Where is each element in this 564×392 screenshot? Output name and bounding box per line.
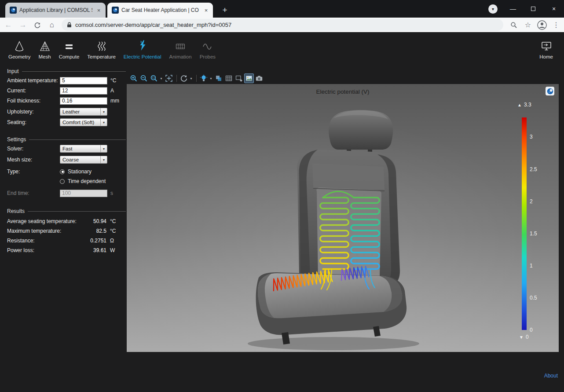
scene-light-button[interactable]: [199, 73, 209, 83]
end-time-label: End time:: [7, 190, 60, 196]
legend-tick: 1: [530, 263, 547, 269]
legend-min-marker: ▼ 0: [519, 334, 529, 340]
chevron-down-icon: ▾: [100, 145, 107, 152]
tab-close-icon[interactable]: ×: [202, 7, 210, 14]
chevron-down-icon[interactable]: ▾: [189, 77, 193, 81]
url-text: comsol.com/server-demo/app/car_seat_heat…: [75, 22, 231, 28]
profile-avatar-button[interactable]: [536, 19, 548, 31]
toolbar-separator: [196, 75, 197, 82]
tab-search-button[interactable]: ▾: [488, 4, 498, 14]
seat-headrest: [329, 110, 393, 154]
current-label: Current:: [7, 88, 60, 94]
seat-cushion: [256, 272, 407, 344]
ambient-temperature-label: Ambient temperature:: [7, 77, 60, 84]
seating-select[interactable]: Comfort (Soft) ▾: [60, 118, 107, 126]
result-value: 50.94: [79, 218, 106, 224]
tab-close-icon[interactable]: ×: [95, 7, 103, 14]
compute-equals-icon: [64, 38, 74, 52]
zoom-in-button[interactable]: [129, 73, 139, 83]
comsol-favicon: [10, 7, 17, 14]
select-window-icon: [235, 74, 243, 82]
avatar-icon: [537, 20, 547, 30]
browser-navbar: ← → ⌂ comsol.com/server-demo/app/car_sea…: [0, 18, 564, 32]
legend-tick: 1.5: [530, 231, 547, 237]
foil-thickness-input[interactable]: [60, 97, 107, 105]
legend-tick: 2: [530, 198, 547, 205]
tab-title: Application Library | COMSOL Se: [19, 7, 92, 13]
home-button[interactable]: ⌂: [46, 19, 58, 31]
temperature-waves-icon: [96, 38, 107, 52]
legend-tick: 0.5: [530, 295, 547, 301]
chevron-down-icon[interactable]: ▾: [159, 77, 163, 81]
zoom-box-button[interactable]: [149, 73, 159, 83]
probes-wave-icon: [202, 38, 213, 52]
bookmark-star-button[interactable]: ☆: [522, 19, 534, 31]
zoom-out-button[interactable]: [139, 73, 149, 83]
ribbon-item-compute[interactable]: Compute: [55, 38, 84, 59]
end-time-unit: s: [110, 190, 113, 196]
section-divider: [29, 139, 126, 140]
car-seat-3d-model: [127, 84, 559, 352]
ribbon-item-electric-potential[interactable]: Electric Potential: [120, 38, 165, 59]
window-close-button[interactable]: ×: [544, 0, 564, 17]
ribbon-item-mesh[interactable]: Mesh: [35, 38, 55, 59]
upholstery-label: Upholstery:: [7, 109, 60, 115]
transparency-button[interactable]: [214, 73, 223, 83]
camera-button[interactable]: [254, 73, 264, 83]
solver-select[interactable]: Fast ▾: [60, 145, 107, 153]
ribbon-item-home[interactable]: Home: [535, 38, 557, 59]
result-value: 82.5: [79, 228, 106, 234]
new-tab-button[interactable]: +: [219, 4, 231, 16]
result-unit: W: [110, 247, 119, 253]
chevron-down-icon: ▾: [492, 7, 494, 11]
plot-canvas[interactable]: Electric potential (V): [127, 84, 559, 352]
browser-tab-application-library[interactable]: Application Library | COMSOL Se ×: [5, 3, 106, 18]
forward-button[interactable]: →: [17, 19, 29, 31]
back-button[interactable]: ←: [2, 19, 15, 31]
address-bar[interactable]: comsol.com/server-demo/app/car_seat_heat…: [62, 19, 503, 31]
browser-tab-car-seat-heater[interactable]: Car Seat Heater Application | CO ×: [107, 3, 213, 18]
type-label: Type:: [7, 169, 60, 175]
result-row-power-loss: Power loss: 39.61 W: [7, 245, 126, 255]
settings-section-header: Settings: [7, 136, 126, 143]
parameter-sidebar: Input Ambient temperature: °C Current: A…: [4, 68, 126, 255]
rotate-button[interactable]: [179, 73, 189, 83]
seat-floor-shadow: [248, 337, 419, 350]
chevron-down-icon[interactable]: ▾: [209, 77, 213, 81]
image-snapshot-button[interactable]: [244, 73, 254, 83]
upholstery-select[interactable]: Leather ▾: [60, 108, 107, 116]
legend-tick: 0: [530, 327, 547, 333]
zoom-indicator-button[interactable]: [508, 19, 520, 31]
chevron-down-icon: ▾: [100, 156, 107, 163]
table-grid-icon: [225, 74, 233, 82]
current-input[interactable]: [60, 87, 107, 95]
mesh-size-select[interactable]: Coarse ▾: [60, 156, 107, 164]
ribbon-item-animation: Animation: [165, 38, 196, 59]
minimize-icon: —: [510, 5, 516, 12]
reload-button[interactable]: [31, 19, 44, 31]
zoom-in-icon: [130, 74, 138, 82]
ribbon-item-temperature[interactable]: Temperature: [83, 38, 120, 59]
close-icon: ×: [552, 5, 556, 12]
result-unit: Ω: [110, 238, 119, 244]
zoom-extents-button[interactable]: [164, 73, 174, 83]
section-divider: [22, 71, 126, 72]
stationary-radio[interactable]: [60, 169, 65, 174]
ribbon-item-geometry[interactable]: Geometry: [4, 38, 35, 59]
table-button[interactable]: [224, 73, 234, 83]
chevron-down-icon: ▾: [100, 119, 107, 126]
select-window-button[interactable]: [234, 73, 244, 83]
stationary-radio-label[interactable]: Stationary: [68, 169, 92, 175]
result-unit: °C: [110, 218, 119, 224]
browser-menu-button[interactable]: ⋮: [550, 19, 562, 31]
time-dependent-radio[interactable]: [60, 179, 65, 184]
legend-tick: 2.5: [530, 166, 547, 172]
window-minimize-button[interactable]: —: [503, 0, 523, 17]
triangle-up-icon: ▲: [517, 103, 522, 107]
time-dependent-radio-label[interactable]: Time dependent: [68, 178, 106, 184]
about-link[interactable]: About: [544, 373, 558, 379]
ambient-temperature-input[interactable]: [60, 77, 107, 84]
rotate-icon: [180, 74, 188, 82]
foil-thickness-unit: mm: [110, 98, 119, 104]
window-maximize-button[interactable]: [523, 0, 543, 17]
